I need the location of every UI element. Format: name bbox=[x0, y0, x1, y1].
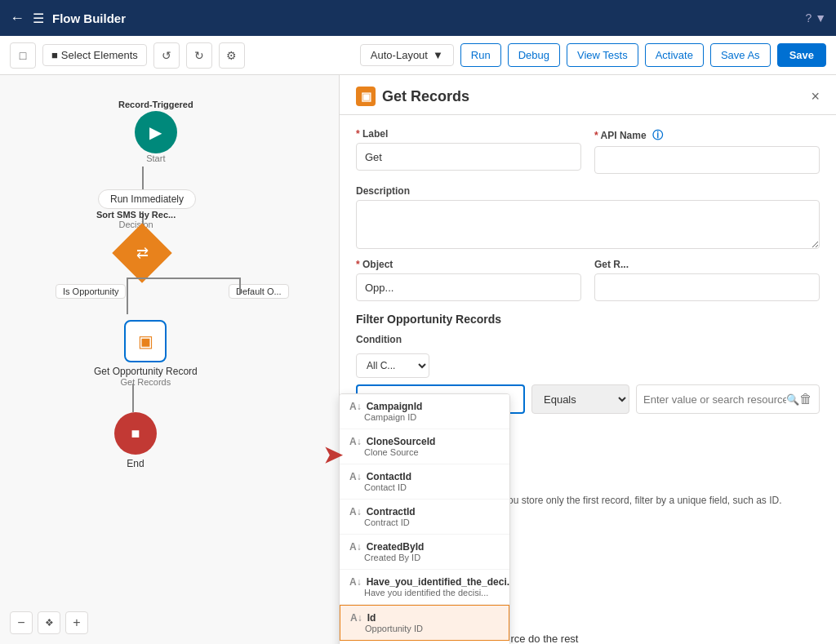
api-name-label: * API Name ⓘ bbox=[594, 128, 820, 143]
get-r-group: Get R... bbox=[594, 259, 820, 301]
api-name-group: * API Name ⓘ Get_Opportunity_Record bbox=[594, 128, 820, 174]
connector-5 bbox=[239, 278, 241, 294]
dropdown-item[interactable]: A↓intuit_apps_invoiceId_cIntuit Invoice … bbox=[340, 641, 509, 644]
dropdown-item-main: A↓ContactId bbox=[349, 471, 500, 482]
panel-header: ▣ Get Records × bbox=[340, 75, 836, 115]
canvas-toggle-button[interactable]: □ bbox=[10, 42, 36, 69]
field-type-icon: A↓ bbox=[349, 401, 362, 412]
start-label: Record-Triggered bbox=[118, 100, 193, 109]
connector-6 bbox=[132, 384, 134, 412]
dropdown-item-sub: Clone Source bbox=[349, 447, 500, 457]
decision-diamond[interactable]: ⇄ bbox=[121, 232, 163, 274]
canvas-area: Record-Triggered ▶ Start Run Immediately… bbox=[0, 75, 836, 644]
object-label: * Object bbox=[356, 259, 581, 270]
value-input[interactable] bbox=[643, 393, 786, 406]
field-type-icon: A↓ bbox=[349, 471, 362, 482]
view-tests-button[interactable]: View Tests bbox=[567, 43, 638, 67]
chevron-down-icon: ▼ bbox=[433, 49, 443, 61]
start-icon[interactable]: ▶ bbox=[135, 111, 177, 153]
end-node: ■ End bbox=[114, 412, 157, 469]
help-icon[interactable]: ? ▼ bbox=[805, 11, 826, 24]
operator-select[interactable]: Equals Not Equal To Less Than Greater Th… bbox=[531, 384, 629, 414]
save-as-button[interactable]: Save As bbox=[710, 43, 771, 67]
auto-layout-button[interactable]: Auto-Layout ▼ bbox=[360, 44, 454, 66]
save-button[interactable]: Save bbox=[777, 43, 826, 67]
field-type-icon: A↓ bbox=[349, 506, 362, 517]
filter-section-title: Filter Opportunity Records bbox=[356, 313, 820, 326]
default-o-label: Default O... bbox=[229, 284, 289, 299]
activate-button[interactable]: Activate bbox=[645, 43, 704, 67]
field-type-icon: A↓ bbox=[349, 541, 362, 553]
redo-button[interactable]: ↻ bbox=[186, 42, 212, 69]
elements-icon: ■ bbox=[51, 49, 58, 61]
label-field-label: * Label bbox=[356, 128, 581, 140]
get-r-label: Get R... bbox=[594, 259, 820, 270]
dropdown-item[interactable]: A↓Have_you_identified_the_deci...Have yo… bbox=[340, 570, 509, 605]
connector-4 bbox=[127, 278, 239, 279]
dropdown-item-main: A↓CampaignId bbox=[349, 401, 500, 412]
get-opportunity-node[interactable]: ▣ Get Opportunity Record Get Records bbox=[94, 320, 198, 387]
condition-select[interactable]: All C... bbox=[356, 353, 429, 378]
run-immediately-node[interactable]: Run Immediately bbox=[98, 189, 196, 209]
panel-close-button[interactable]: × bbox=[811, 88, 820, 105]
settings-button[interactable]: ⚙ bbox=[219, 42, 245, 69]
delete-icon[interactable]: 🗑 bbox=[799, 392, 812, 406]
back-button[interactable]: ← bbox=[10, 10, 24, 27]
object-group: * Object bbox=[356, 259, 581, 301]
get-record-label: Get Opportunity Record bbox=[94, 366, 198, 377]
end-icon[interactable]: ■ bbox=[114, 412, 157, 455]
connector-1 bbox=[142, 167, 144, 189]
zoom-out-button[interactable]: − bbox=[10, 611, 33, 634]
field-dropdown[interactable]: A↓CampaignIdCampaign IDA↓CloneSourceIdCl… bbox=[339, 393, 510, 644]
field-type-icon: A↓ bbox=[350, 612, 362, 624]
search-icon: 🔍 bbox=[786, 393, 799, 406]
run-immediately-label[interactable]: Run Immediately bbox=[98, 189, 196, 209]
dropdown-item-main: A↓ContractId bbox=[349, 506, 500, 517]
description-input[interactable] bbox=[356, 200, 820, 249]
fit-icon: ❖ bbox=[45, 617, 54, 628]
dropdown-item-main: A↓Have_you_identified_the_deci... bbox=[349, 576, 500, 588]
get-record-sublabel: Get Records bbox=[120, 377, 171, 387]
sort-sms-title: Sort SMS by Rec... bbox=[96, 210, 176, 220]
description-label: Description bbox=[356, 185, 820, 197]
dropdown-item-main: A↓CreatedById bbox=[349, 541, 500, 553]
get-r-input[interactable] bbox=[594, 273, 820, 301]
condition-row: Condition All C... bbox=[356, 334, 820, 378]
object-input[interactable] bbox=[356, 273, 581, 301]
zoom-in-button[interactable]: + bbox=[65, 611, 88, 634]
select-elements-button[interactable]: ■ Select Elements bbox=[42, 44, 147, 66]
red-arrow-indicator: ➤ bbox=[323, 442, 342, 469]
dropdown-item-sub: Campaign ID bbox=[349, 412, 500, 422]
api-name-input[interactable]: Get_Opportunity_Record bbox=[594, 146, 820, 174]
app-title: Flow Builder bbox=[52, 11, 797, 25]
sort-sms-label: Sort SMS by Rec... Decision bbox=[96, 210, 176, 229]
debug-button[interactable]: Debug bbox=[508, 43, 560, 67]
dropdown-item[interactable]: A↓CloneSourceIdClone Source bbox=[340, 429, 509, 464]
flow-canvas: Record-Triggered ▶ Start Run Immediately… bbox=[0, 75, 343, 644]
is-opportunity-label: Is Opportunity bbox=[56, 284, 126, 299]
label-input[interactable] bbox=[356, 143, 581, 171]
dropdown-item[interactable]: A↓ContactIdContact ID bbox=[340, 464, 509, 500]
fit-button[interactable]: ❖ bbox=[38, 611, 60, 634]
menu-icon[interactable]: ☰ bbox=[33, 11, 44, 26]
field-type-icon: A↓ bbox=[349, 576, 362, 588]
main-toolbar: □ ■ Select Elements ↺ ↻ ⚙ Auto-Layout ▼ … bbox=[0, 36, 836, 75]
dropdown-item-sub: Contract ID bbox=[349, 517, 500, 527]
sort-warning: △ If you store only the first record, fi… bbox=[480, 493, 782, 508]
label-group: * Label bbox=[356, 128, 581, 174]
dropdown-item[interactable]: A↓ContractIdContract ID bbox=[340, 500, 509, 535]
start-node: Record-Triggered ▶ Start bbox=[118, 100, 193, 163]
panel-title: ▣ Get Records bbox=[356, 87, 469, 106]
dropdown-item[interactable]: A↓CreatedByIdCreated By ID bbox=[340, 535, 509, 570]
dropdown-item-main: A↓Id bbox=[350, 612, 499, 624]
dropdown-item-sub: Have you identified the decisi... bbox=[349, 588, 500, 597]
run-button[interactable]: Run bbox=[460, 43, 501, 67]
description-group: Description bbox=[356, 185, 820, 249]
dropdown-item-sub: Created By ID bbox=[349, 553, 500, 562]
dropdown-item[interactable]: A↓IdOpportunity ID bbox=[340, 605, 509, 641]
bottom-toolbar: − ❖ + bbox=[10, 611, 88, 634]
dropdown-item[interactable]: A↓CampaignIdCampaign ID bbox=[340, 394, 509, 429]
undo-button[interactable]: ↺ bbox=[153, 42, 180, 69]
object-row: * Object Get R... bbox=[356, 259, 820, 301]
get-record-icon[interactable]: ▣ bbox=[124, 320, 167, 362]
